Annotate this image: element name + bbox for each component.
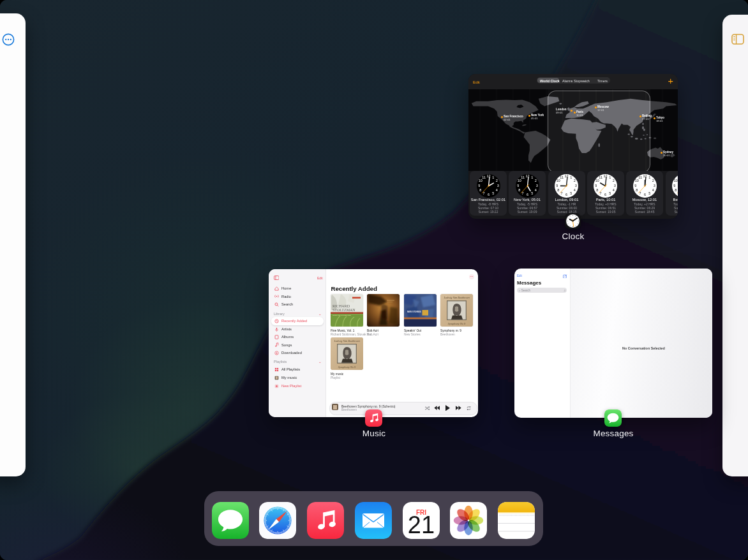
svg-text:5: 5 [492,191,494,195]
svg-text:5: 5 [531,191,533,195]
svg-text:2: 2 [535,179,537,182]
svg-text:4: 4 [495,188,497,192]
svg-text:6: 6 [565,193,567,196]
svg-text:1: 1 [531,175,533,179]
svg-text:9: 9 [595,184,597,188]
svg-text:MUSIC WITH FLUGELHORN: MUSIC WITH FLUGELHORN [333,314,351,316]
svg-text:5: 5 [648,191,650,195]
svg-text:6: 6 [644,193,646,196]
svg-text:Symphony No 9: Symphony No 9 [448,322,466,325]
svg-text:3: 3 [653,184,655,188]
svg-text:2: 2 [613,179,615,182]
svg-text:Symphony No 9: Symphony No 9 [338,365,356,369]
svg-text:3: 3 [614,184,616,188]
svg-text:1: 1 [610,175,611,179]
svg-text:Ludwig Van Beethoven: Ludwig Van Beethoven [444,296,470,299]
svg-text:11: 11 [521,175,525,179]
svg-text:6: 6 [487,193,489,196]
svg-text:4: 4 [652,188,654,192]
svg-text:5: 5 [610,191,611,195]
svg-text:11: 11 [599,175,603,179]
svg-text:12: 12 [486,174,490,178]
svg-text:9: 9 [556,184,558,188]
svg-text:11: 11 [638,175,642,179]
svg-text:12: 12 [565,174,569,178]
svg-text:Ludwig Van Beethoven: Ludwig Van Beethoven [333,339,360,343]
svg-text:12: 12 [525,174,529,178]
svg-text:10: 10 [674,179,678,182]
svg-text:11: 11 [482,175,486,179]
svg-text:5: 5 [570,191,572,195]
svg-text:1: 1 [648,175,650,179]
svg-text:1: 1 [492,175,494,179]
svg-text:12: 12 [643,174,647,178]
svg-text:10: 10 [634,179,638,182]
svg-text:2: 2 [574,179,576,182]
svg-text:11: 11 [677,175,678,179]
svg-text:8: 8 [636,188,638,192]
svg-text:6: 6 [527,193,528,196]
svg-text:8: 8 [479,188,481,192]
svg-text:NEW STORIES: NEW STORIES [407,311,421,313]
svg-text:9: 9 [517,184,519,188]
svg-text:9: 9 [634,184,636,188]
svg-text:11: 11 [560,175,564,179]
svg-text:8: 8 [557,188,559,192]
svg-text:4: 4 [613,188,615,192]
svg-text:4: 4 [574,188,576,192]
svg-text:2: 2 [495,179,497,182]
svg-text:8: 8 [597,188,599,192]
svg-text:RICHARD: RICHARD [333,304,350,308]
svg-text:21: 21 [407,512,434,538]
svg-text:8: 8 [675,188,677,192]
svg-text:10: 10 [557,179,560,182]
svg-text:8: 8 [518,188,520,192]
svg-text:10: 10 [517,179,521,182]
svg-text:1: 1 [570,175,572,179]
svg-text:9: 9 [478,184,480,188]
svg-text:STOLTZMAN: STOLTZMAN [333,308,355,312]
svg-text:3: 3 [536,184,538,188]
svg-text:12: 12 [604,174,608,178]
svg-text:2: 2 [652,179,654,182]
svg-text:10: 10 [595,179,599,182]
svg-text:10: 10 [478,179,482,182]
svg-text:3: 3 [497,184,498,188]
svg-text:3: 3 [575,184,577,188]
svg-text:6: 6 [604,193,606,196]
svg-text:9: 9 [673,184,675,188]
svg-text:4: 4 [535,188,537,192]
